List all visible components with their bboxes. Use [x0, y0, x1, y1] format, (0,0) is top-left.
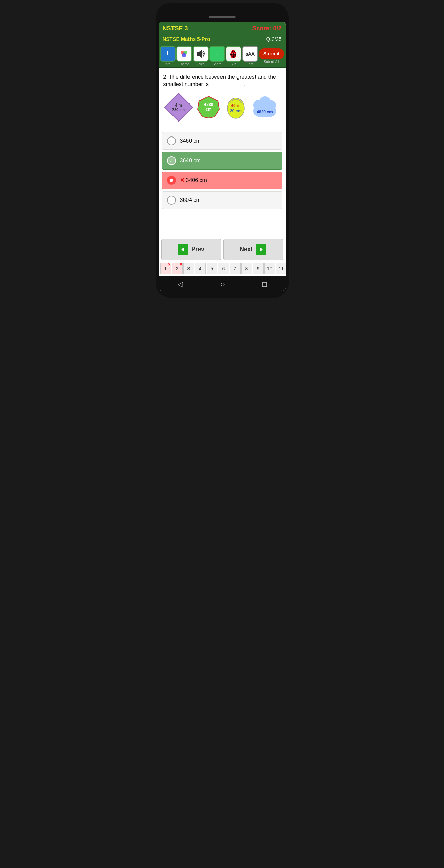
- bug-icon: [226, 46, 241, 62]
- page-3[interactable]: 3: [183, 263, 194, 274]
- radio-b: ✓: [167, 156, 176, 165]
- svg-line-16: [231, 56, 233, 56]
- page-11[interactable]: 11: [276, 263, 286, 274]
- score-text: Score: 0/2: [252, 25, 281, 32]
- svg-text:i: i: [167, 51, 168, 57]
- bug-label: Bug: [231, 62, 237, 67]
- shape-green: 4280 cm: [197, 96, 220, 119]
- option-d-text: 3604 cm: [180, 197, 201, 203]
- bug-button[interactable]: Bug: [226, 46, 241, 67]
- prev-label: Prev: [191, 246, 204, 253]
- voice-label: Voice: [196, 62, 204, 67]
- svg-point-19: [234, 53, 235, 54]
- options-area: 3460 cm ✓ 3640 cm ✕ 3406 cm 3604 cm: [159, 131, 286, 212]
- page-8[interactable]: 8: [241, 263, 252, 274]
- option-d[interactable]: 3604 cm: [162, 191, 282, 209]
- toolbar: i Info Theme: [159, 45, 286, 68]
- svg-text:4280: 4280: [204, 102, 213, 107]
- font-button[interactable]: aAA Font: [242, 46, 258, 67]
- home-button[interactable]: ○: [220, 280, 225, 289]
- svg-text:cm: cm: [205, 107, 211, 112]
- option-a-text: 3460 cm: [180, 138, 201, 144]
- question-text: 2. The difference between the greatest a…: [163, 73, 281, 89]
- share-label: Share: [213, 62, 222, 67]
- theme-icon: [176, 46, 192, 62]
- bottom-navigation: ◁ ○ □: [159, 276, 286, 291]
- radio-a: [167, 136, 176, 145]
- svg-point-5: [182, 53, 186, 57]
- shape-cloud: 4820 cm: [251, 96, 278, 119]
- share-icon: [209, 46, 225, 62]
- prev-icon: [178, 244, 188, 255]
- status-bar: [156, 14, 289, 20]
- wrong-mark: ✕: [180, 177, 184, 183]
- radio-d: [167, 196, 176, 205]
- submit-label: Submit All: [264, 59, 279, 65]
- share-button[interactable]: Share: [209, 46, 225, 67]
- svg-text:20 cm: 20 cm: [230, 109, 241, 113]
- svg-point-12: [234, 51, 235, 52]
- page-2[interactable]: 2: [172, 263, 183, 274]
- submit-button[interactable]: Submit: [259, 48, 284, 59]
- page-9[interactable]: 9: [253, 263, 264, 274]
- svg-line-17: [233, 56, 236, 56]
- header-top: NSTSE 3 Score: 0/2: [159, 22, 286, 35]
- prev-button[interactable]: Prev: [161, 239, 221, 260]
- next-button[interactable]: Next: [223, 239, 283, 260]
- shape-teardrop: 40 m 20 cm: [226, 95, 245, 120]
- navigation-bar: Prev Next: [159, 236, 286, 261]
- back-button[interactable]: ◁: [177, 280, 183, 289]
- svg-point-11: [232, 51, 233, 52]
- svg-point-8: [216, 53, 218, 55]
- info-label: Info: [165, 62, 170, 67]
- page-1[interactable]: 1: [160, 263, 171, 274]
- spacer: [159, 212, 286, 233]
- app-title: NSTSE 3: [163, 25, 188, 32]
- header-sub: NSTSE Maths 5-Pro Q.2/25: [159, 35, 286, 45]
- radio-c: [167, 176, 176, 185]
- svg-text:4820 cm: 4820 cm: [257, 110, 273, 114]
- page-4[interactable]: 4: [195, 263, 206, 274]
- option-b-text: 3640 cm: [180, 158, 201, 164]
- question-area: 2. The difference between the greatest a…: [159, 68, 286, 131]
- page-5[interactable]: 5: [207, 263, 217, 274]
- option-b[interactable]: ✓ 3640 cm: [162, 152, 282, 170]
- status-dot: [209, 16, 236, 18]
- voice-button[interactable]: Voice: [193, 46, 208, 67]
- submit-all-button[interactable]: Submit Submit All: [259, 48, 284, 65]
- svg-point-28: [266, 100, 276, 110]
- option-c[interactable]: ✕ 3406 cm: [162, 172, 282, 189]
- theme-button[interactable]: Theme: [176, 46, 192, 67]
- info-icon: i: [160, 46, 176, 62]
- next-icon: [256, 244, 266, 255]
- info-button[interactable]: i Info: [160, 46, 176, 67]
- svg-marker-6: [197, 50, 202, 58]
- shapes-row: 4 m 780 cm 4280 cm: [163, 93, 281, 121]
- shape-diamond: 4 m 780 cm: [166, 95, 191, 119]
- option-a[interactable]: 3460 cm: [162, 132, 282, 150]
- pagination-row: 1 2 3 4 5 6 7 8 9 10 11 12: [159, 261, 286, 276]
- voice-icon: [193, 46, 209, 62]
- font-icon: aAA: [242, 46, 258, 62]
- phone-frame: NSTSE 3 Score: 0/2 NSTSE Maths 5-Pro Q.2…: [156, 3, 289, 298]
- theme-label: Theme: [179, 62, 190, 67]
- app-container: NSTSE 3 Score: 0/2 NSTSE Maths 5-Pro Q.2…: [159, 22, 286, 291]
- question-number: Q.2/25: [266, 36, 281, 42]
- svg-text:40 m: 40 m: [231, 103, 240, 108]
- option-c-text: 3406 cm: [186, 177, 207, 183]
- recent-button[interactable]: □: [262, 280, 267, 289]
- svg-point-18: [232, 53, 233, 54]
- page-7[interactable]: 7: [230, 263, 241, 274]
- page-6[interactable]: 6: [218, 263, 229, 274]
- font-label: Font: [247, 62, 253, 67]
- page-10[interactable]: 10: [264, 263, 275, 274]
- app-subtitle: NSTSE Maths 5-Pro: [163, 36, 210, 42]
- next-label: Next: [240, 246, 253, 253]
